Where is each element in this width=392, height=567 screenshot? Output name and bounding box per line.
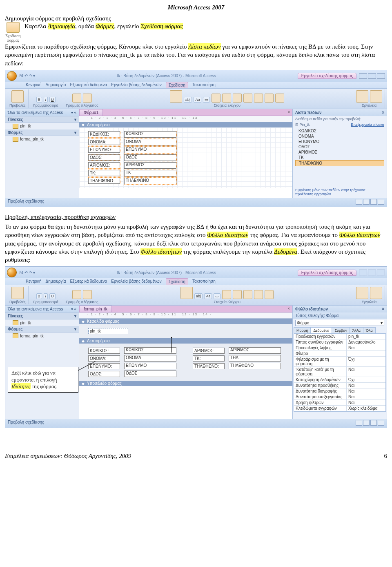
ribbon: Προβολές BIUΓραμματοσειρά Γραμμές πλέγμα…	[5, 88, 387, 109]
office-button-icon[interactable]	[7, 71, 17, 81]
close-icon[interactable]: ×	[382, 110, 384, 115]
titlebar: 🖫 ↶ ↷ ▾ tk : Βάση δεδομένων (Access 2007…	[5, 70, 387, 82]
view-switch-icons[interactable]	[355, 420, 384, 426]
field-list-panel[interactable]: Λίστα πεδίων× Διαθέσιμα πεδία για αυτήν …	[292, 109, 387, 198]
property-sheet[interactable]: Φύλλο ιδιοτήτων× Τύπος επιλογής: Φόρμα Φ…	[292, 306, 387, 419]
property-row[interactable]: Τύπος συνόλου εγγραφώνΔυναμοσύνολο	[294, 339, 385, 345]
property-row[interactable]: Προέλευση εγγραφώνpin_tk	[294, 334, 385, 339]
property-row[interactable]: Δυνατότητα προσθήκηςΝαι	[294, 383, 385, 388]
property-row[interactable]: Κλειδώματα εγγραφώνΧωρίς κλειδώμα	[294, 406, 385, 411]
callout-arrow	[171, 337, 172, 353]
intro-block: Σχεδίαση φόρμας Καρτέλα Δημιουργία, ομάδ…	[5, 22, 387, 42]
page-footer: Επιμέλεια σημειώσεων: Θόδωρος Αρχοντίδης…	[5, 453, 387, 460]
intro-line: Καρτέλα Δημιουργία, ομάδα Φόρμες, εργαλε…	[24, 22, 183, 30]
form-tab[interactable]: Φόρμα1	[79, 109, 103, 116]
office-button-icon[interactable]	[7, 268, 17, 277]
button-icon[interactable]	[233, 94, 242, 103]
property-row[interactable]: Καταχώρηση δεδομένωνΌχι	[294, 377, 385, 383]
logo-icon[interactable]	[170, 90, 182, 103]
nav-pane[interactable]: Όλα τα αντικείμενα της Access▾ « Πίνακες…	[5, 109, 79, 198]
view-switch-icons[interactable]	[355, 199, 384, 205]
section1-title: Δημιουργία φόρμας σε προβολή σχεδίασης	[5, 15, 387, 22]
callout-box: Δεξί κλικ εδώ για να εμφανιστεί η επιλογ…	[8, 367, 78, 393]
form-design-icon: Σχεδίαση φόρμας	[5, 22, 21, 42]
ruler-h: · 1 · 2 · 3 · 4 · 5 · 6 · 7 · 8 · 9 · 10…	[79, 116, 292, 122]
paragraph1: Εμφανίζεται το παράθυρο σχεδίασης φόρμας…	[5, 42, 387, 67]
property-row[interactable]: Φιλτράρισμα με τη φόρτωσηΌχι	[294, 357, 385, 367]
nav-item-table[interactable]: pin_tk	[5, 123, 79, 129]
close-icon[interactable]: ×	[285, 306, 292, 312]
view-icon[interactable]	[11, 90, 24, 103]
page-header: Microsoft Access 2007	[5, 4, 387, 11]
field-list-icon[interactable]	[356, 90, 368, 103]
paragraph2: Το αν μια φόρμα θα έχει τη δυνατότητα μό…	[5, 223, 387, 264]
title-icon[interactable]	[72, 94, 81, 103]
property-row[interactable]: Δυνατότητα επεξεργασίαςΝαι	[294, 394, 385, 400]
property-row[interactable]: 'Κατάταξη κατά' με τη φόρτωσηΝαι	[294, 367, 385, 377]
section-detail: Λεπτομέρεια	[79, 122, 292, 127]
ribbon-tabs[interactable]: Κεντρική Δημιουργία Εξωτερικά δεδομένα Ε…	[5, 82, 387, 88]
window-controls[interactable]	[359, 270, 385, 275]
screenshot-2: 🖫 ↶ ↷ ▾ tk : Βάση δεδομένων (Access 2007…	[5, 266, 387, 428]
property-row[interactable]: Χρήση φίλτρωνΝαι	[294, 400, 385, 406]
close-icon[interactable]: ×	[285, 109, 292, 116]
property-sheet-icon[interactable]	[370, 90, 382, 103]
gridlines-icon[interactable]	[83, 94, 92, 103]
screenshot-1: 🖫 ↶ ↷ ▾ tk : Βάση δεδομένων (Access 2007…	[5, 70, 387, 207]
contextual-tab: Εργαλεία σχεδίασης φόρμας	[298, 73, 356, 79]
property-tabs[interactable]: Μορφή Δεδομένα Συμβάν Άλλα Όλα	[294, 327, 386, 333]
textbox-icon[interactable]	[212, 94, 220, 103]
section2-title: Προβολή, επεξεργασία, προσθήκη εγγραφών	[5, 213, 387, 221]
property-row[interactable]: Φίλτρο	[294, 351, 385, 357]
design-area[interactable]: · 1 · 2 · 3 · 4 · 5 · 6 · 7 · 8 · 9 · 10…	[79, 116, 292, 198]
property-row[interactable]: Δυνατότητα διαγραφήςΝαι	[294, 388, 385, 394]
close-icon[interactable]: ×	[382, 307, 384, 311]
chevron-down-icon[interactable]: ▾	[381, 321, 383, 325]
label-icon[interactable]	[222, 94, 231, 103]
property-row[interactable]: Προεπιλογές λήψηςΝαι	[294, 345, 385, 351]
window-controls[interactable]	[359, 73, 385, 79]
nav-item-form[interactable]: forma_pin_tk	[5, 136, 79, 143]
